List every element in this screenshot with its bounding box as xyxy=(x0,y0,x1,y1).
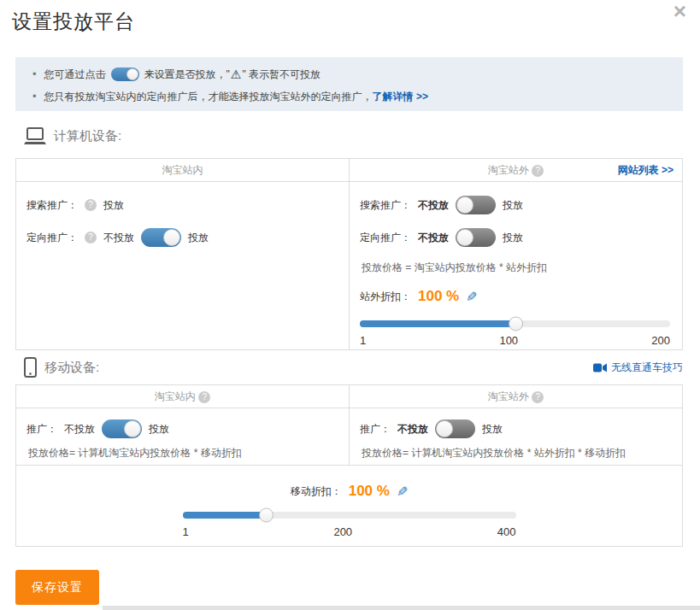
off-label: 不投放 xyxy=(103,231,134,245)
row-label: 定向推广： xyxy=(26,231,78,245)
save-settings-button[interactable]: 保存设置 xyxy=(15,570,99,605)
slider-max-label: 200 xyxy=(651,334,670,347)
discount-value: 100 % xyxy=(349,483,390,500)
slider-fill xyxy=(183,512,267,519)
mobile-discount-slider[interactable]: 1 200 400 xyxy=(183,512,516,538)
price-formula: 投放价格= 计算机淘宝站内投放价格 * 站外折扣 * 移动折扣 xyxy=(362,446,670,460)
mobile-icon xyxy=(24,357,37,378)
mobile-table-header: 淘宝站内 ? 淘宝站外 ? xyxy=(16,385,682,408)
on-label: 投放 xyxy=(188,231,209,245)
computer-inside-targeted-toggle[interactable] xyxy=(141,228,181,247)
mobile-discount-row: 移动折扣： 100 % ✎ xyxy=(16,481,682,501)
slider-min-label: 1 xyxy=(360,334,366,347)
page-bottom-edge xyxy=(103,606,700,610)
price-formula: 投放价格 = 淘宝站内投放价格 * 站外折扣 xyxy=(362,261,670,274)
header-taobao-outside: 淘宝站外 ? 网站列表 >> xyxy=(349,159,682,181)
slider-mid-label: 100 xyxy=(499,334,518,347)
off-label: 不投放 xyxy=(418,198,449,213)
computer-table: 淘宝站内 淘宝站外 ? 网站列表 >> 搜索推广： ? 投放 定向推广： ? 不… xyxy=(15,158,683,350)
toggle-knob xyxy=(456,196,474,214)
notice-box: • 您可通过点击 来设置是否投放，" ⚠ " 表示暂不可投放 • 您只有投放淘宝… xyxy=(15,57,683,111)
toggle-knob xyxy=(456,229,474,246)
wireless-tips-link[interactable]: 无线直通车技巧 xyxy=(593,361,683,375)
close-icon[interactable]: × xyxy=(674,0,686,22)
bullet-icon: • xyxy=(32,88,37,105)
slider-fill xyxy=(360,320,515,327)
off-label: 不投放 xyxy=(418,231,449,245)
discount-value: 100 % xyxy=(418,288,459,305)
slider-mid-label: 200 xyxy=(333,525,352,538)
notice-text: 来设置是否投放，" xyxy=(144,66,230,83)
computer-section-header: 计算机设备: xyxy=(15,125,683,147)
computer-table-header: 淘宝站内 淘宝站外 ? 网站列表 >> xyxy=(16,159,682,182)
header-label: 淘宝站外 xyxy=(488,164,529,176)
row-label: 定向推广： xyxy=(360,231,411,245)
row-label: 搜索推广： xyxy=(26,198,78,213)
promo-row: 推广： 不投放 投放 xyxy=(26,419,337,438)
video-icon xyxy=(593,363,607,372)
slider-track[interactable] xyxy=(183,512,516,519)
search-promo-row: 搜索推广： 不投放 投放 xyxy=(360,196,670,214)
bullet-icon: • xyxy=(32,66,37,83)
header-label: 淘宝站外 xyxy=(488,390,529,402)
on-label: 投放 xyxy=(503,198,523,213)
header-taobao-outside: 淘宝站外 ? xyxy=(349,385,682,408)
page-title: 设置投放平台 xyxy=(12,9,135,35)
state-label: 投放 xyxy=(103,198,124,213)
help-icon[interactable]: ? xyxy=(85,232,97,243)
promo-row: 推广： 不投放 投放 xyxy=(360,419,670,438)
help-icon[interactable]: ? xyxy=(85,199,97,211)
help-icon[interactable]: ? xyxy=(532,391,544,403)
example-toggle-icon xyxy=(111,67,139,81)
row-label: 推广： xyxy=(360,422,391,437)
header-taobao-inside: 淘宝站内 xyxy=(16,159,349,181)
header-label: 淘宝站内 xyxy=(162,164,203,176)
mobile-table: 淘宝站内 ? 淘宝站外 ? 推广： 不投放 投放 投放价格= 计算机淘宝站内投放… xyxy=(15,384,683,547)
targeted-promo-row: 定向推广： ? 不投放 投放 xyxy=(26,228,337,247)
discount-label: 站外折扣： xyxy=(360,290,411,304)
off-label: 不投放 xyxy=(64,422,95,437)
mobile-inside-toggle[interactable] xyxy=(102,419,142,438)
offsite-discount-row: 站外折扣： 100 % ✎ xyxy=(360,286,670,307)
toggle-knob xyxy=(126,68,138,80)
warning-icon: ⚠ xyxy=(231,66,242,83)
computer-outside-targeted-toggle[interactable] xyxy=(456,228,496,247)
learn-more-link[interactable]: 了解详情 >> xyxy=(373,88,428,105)
help-icon[interactable]: ? xyxy=(532,165,544,177)
computer-outside-cell: 搜索推广： 不投放 投放 定向推广： 不投放 投放 投放价格 = 淘宝站内投放价… xyxy=(349,182,682,349)
help-icon[interactable]: ? xyxy=(198,391,210,403)
slider-track[interactable] xyxy=(360,320,670,327)
offsite-discount-slider[interactable]: 1 100 200 xyxy=(360,320,670,347)
toggle-knob xyxy=(124,420,141,437)
website-list-link[interactable]: 网站列表 >> xyxy=(618,159,674,182)
edit-mobile-discount-icon[interactable]: ✎ xyxy=(397,484,408,500)
search-promo-row: 搜索推广： ? 投放 xyxy=(26,196,337,214)
row-label: 搜索推广： xyxy=(360,198,411,213)
toggle-knob xyxy=(436,420,453,437)
on-label: 投放 xyxy=(503,231,523,245)
wireless-tips-label: 无线直通车技巧 xyxy=(611,361,683,375)
computer-section-label: 计算机设备: xyxy=(54,128,121,144)
slider-knob[interactable] xyxy=(259,508,274,523)
off-label: 不投放 xyxy=(397,422,428,437)
targeted-promo-row: 定向推广： 不投放 投放 xyxy=(360,228,670,247)
notice-line-2: • 您只有投放淘宝站内的定向推广后，才能选择投放淘宝站外的定向推广， 了解详情 … xyxy=(27,88,671,105)
computer-outside-search-toggle[interactable] xyxy=(456,196,496,214)
slider-min-label: 1 xyxy=(183,525,189,538)
toggle-knob xyxy=(163,229,180,246)
computer-icon xyxy=(24,127,46,145)
notice-text: " 表示暂不可投放 xyxy=(242,66,321,83)
notice-text: 您只有投放淘宝站内的定向推广后，才能选择投放淘宝站外的定向推广， xyxy=(44,88,373,105)
row-label: 推广： xyxy=(26,422,57,437)
on-label: 投放 xyxy=(149,422,169,437)
mobile-outside-toggle[interactable] xyxy=(435,419,475,438)
on-label: 投放 xyxy=(482,422,503,437)
price-formula: 投放价格= 计算机淘宝站内投放价格 * 移动折扣 xyxy=(28,446,337,460)
edit-offsite-discount-icon[interactable]: ✎ xyxy=(466,289,477,305)
mobile-discount-panel: 移动折扣： 100 % ✎ 1 200 400 xyxy=(16,465,682,545)
notice-text: 您可通过点击 xyxy=(44,66,106,83)
slider-knob[interactable] xyxy=(509,317,523,331)
mobile-section-label: 移动设备: xyxy=(44,360,99,376)
header-taobao-inside: 淘宝站内 ? xyxy=(16,385,349,408)
discount-label: 移动折扣： xyxy=(291,484,342,499)
